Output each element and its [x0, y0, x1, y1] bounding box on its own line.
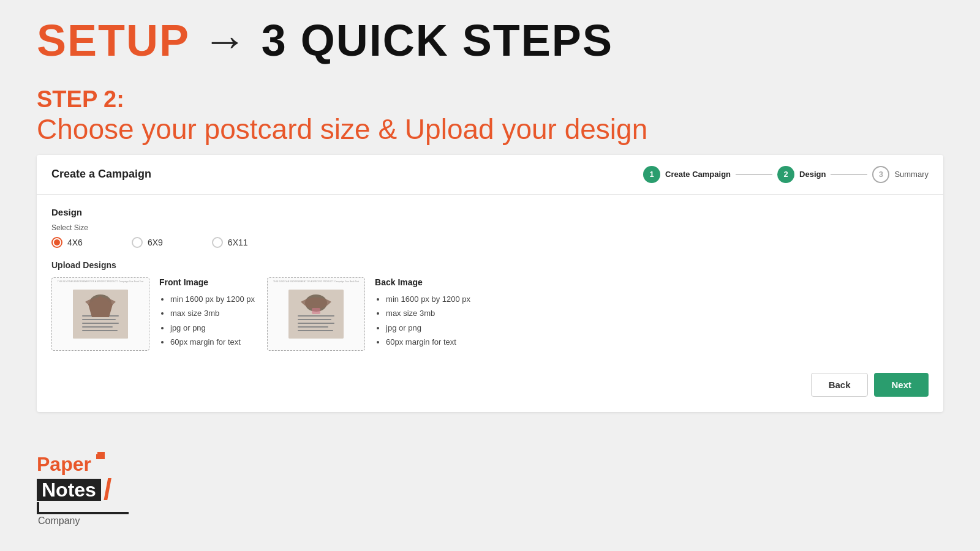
card-title: Create a Campaign [51, 168, 151, 181]
logo-notes-text: Notes [42, 479, 96, 501]
step-2-label: Design [799, 170, 826, 179]
svg-rect-10 [298, 315, 334, 317]
radio-inner-4x6 [54, 239, 60, 246]
company-logo: Paper Notes / Company [37, 454, 147, 527]
step-indicator-1: 1 [643, 166, 660, 183]
size-option-6x11[interactable]: 6X11 [212, 237, 248, 248]
back-button[interactable]: Back [811, 373, 869, 397]
size-option-6x9[interactable]: 6X9 [132, 237, 163, 248]
back-image-title: Back Image [375, 277, 470, 287]
upload-label: Upload Designs [51, 260, 929, 270]
svg-rect-2 [82, 315, 119, 317]
back-spec-2: max size 3mb [386, 306, 470, 320]
logo-bracket [37, 502, 129, 514]
upload-section: Upload Designs THIS IS NOT AN ENDORSEMEN… [51, 260, 929, 351]
upload-row: THIS IS NOT AN ENDORSEMENT OF A SPECIFIC… [51, 277, 929, 351]
front-spec-1: min 1600 px by 1200 px [170, 292, 255, 306]
logo-square-2 [96, 454, 101, 459]
size-options: 4X6 6X9 6X11 [51, 237, 929, 248]
front-deco [73, 290, 128, 339]
size-option-4x6[interactable]: 4X6 [51, 237, 83, 248]
step-3-label: Summary [894, 170, 929, 179]
back-image-info: Back Image min 1600 px by 1200 px max si… [375, 277, 470, 350]
svg-rect-14 [298, 330, 333, 331]
logo-paper-text: Paper [37, 454, 91, 474]
card-body: Design Select Size 4X6 6X9 [37, 195, 943, 363]
back-preview-inner [288, 290, 344, 339]
svg-rect-12 [298, 323, 334, 324]
arrow-icon: → [203, 16, 262, 65]
card-header: Create a Campaign 1 Create Campaign 2 De… [37, 155, 943, 195]
svg-rect-15 [312, 308, 320, 314]
steps-text: 3 QUICK STEPS [262, 16, 613, 65]
logo-notes-row: Notes / [37, 475, 111, 504]
front-image-title: Front Image [159, 277, 255, 287]
step-label-section: STEP 2: Choose your postcard size & Uplo… [0, 75, 980, 149]
step-connector-1 [736, 174, 772, 175]
svg-rect-3 [82, 319, 116, 320]
step-number: STEP 2: [37, 87, 943, 113]
front-preview-svg [73, 290, 128, 339]
front-image-specs: min 1600 px by 1200 px max size 3mb jpg … [159, 292, 255, 350]
page-header: SETUP → 3 QUICK STEPS [0, 0, 980, 75]
svg-rect-4 [82, 323, 119, 324]
svg-rect-5 [82, 326, 113, 328]
front-spec-2: max size 3mb [170, 306, 255, 320]
front-image-preview[interactable]: THIS IS NOT AN ENDORSEMENT OF A SPECIFIC… [51, 277, 149, 351]
logo-top: Paper [37, 454, 105, 474]
back-image-specs: min 1600 px by 1200 px max size 3mb jpg … [375, 292, 470, 350]
back-image-item: THIS IS NOT AN ENDORSEMENT OF A SPECIFIC… [267, 277, 470, 351]
step-1-label: Create Campaign [665, 170, 731, 179]
front-spec-3: jpg or png [170, 321, 255, 335]
steps-indicator: 1 Create Campaign 2 Design 3 Summary [643, 166, 929, 183]
radio-4x6 [51, 237, 62, 248]
main-title: SETUP → 3 QUICK STEPS [37, 18, 943, 62]
logo-company-text: Company [38, 515, 80, 527]
back-spec-1: min 1600 px by 1200 px [386, 292, 470, 306]
setup-text: SETUP [37, 16, 189, 65]
back-spec-4: 60px margin for text [386, 335, 470, 349]
logo-slash: / [104, 475, 111, 504]
design-section-title: Design [51, 207, 929, 217]
svg-rect-6 [82, 330, 118, 331]
svg-rect-11 [298, 319, 331, 320]
back-preview-svg [288, 290, 344, 339]
front-preview-text: THIS IS NOT AN ENDORSEMENT OF A SPECIFIC… [55, 280, 146, 283]
step-connector-2 [831, 174, 867, 175]
radio-6x11 [212, 237, 223, 248]
step-description: Choose your postcard size & Upload your … [37, 113, 943, 146]
main-content: Create a Campaign 1 Create Campaign 2 De… [0, 149, 980, 412]
front-spec-4: 60px margin for text [170, 335, 255, 349]
action-row: Back Next [37, 363, 943, 407]
size-label: Select Size [51, 223, 929, 232]
logo-notes-box: Notes [37, 479, 101, 501]
size-selector: Select Size 4X6 6X9 6X11 [51, 223, 929, 248]
campaign-card: Create a Campaign 1 Create Campaign 2 De… [37, 155, 943, 412]
front-preview-inner [73, 290, 128, 339]
back-preview-text: THIS IS NOT AN ENDORSEMENT OF A SPECIFIC… [270, 280, 362, 283]
next-button[interactable]: Next [874, 373, 929, 397]
svg-rect-13 [298, 326, 328, 328]
back-spec-3: jpg or png [386, 321, 470, 335]
svg-rect-7 [96, 308, 105, 314]
svg-point-1 [89, 294, 111, 312]
front-image-item: THIS IS NOT AN ENDORSEMENT OF A SPECIFIC… [51, 277, 255, 351]
front-image-info: Front Image min 1600 px by 1200 px max s… [159, 277, 255, 350]
step-indicator-2: 2 [777, 166, 794, 183]
step-indicator-3: 3 [872, 166, 889, 183]
back-image-preview[interactable]: THIS IS NOT AN ENDORSEMENT OF A SPECIFIC… [267, 277, 365, 351]
logo-container: Paper Notes / Company [37, 454, 147, 527]
radio-6x9 [132, 237, 143, 248]
